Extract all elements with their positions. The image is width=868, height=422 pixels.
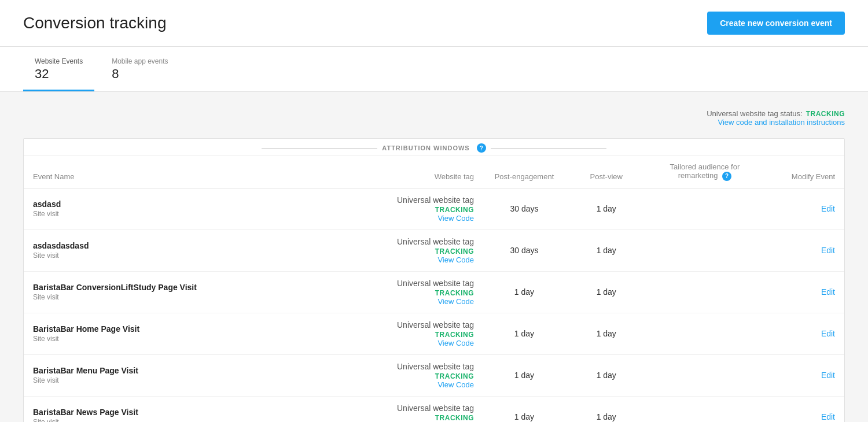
- modify-event-cell: Edit: [762, 229, 844, 271]
- post-engagement-cell: 1 day: [483, 271, 565, 313]
- view-code-link[interactable]: View code and installation instructions: [707, 118, 845, 127]
- edit-link[interactable]: Edit: [771, 412, 835, 421]
- post-view-cell: 1 day: [565, 188, 648, 229]
- view-code-cell-link[interactable]: View Code: [345, 380, 474, 389]
- website-tag-cell: Universal website tag TRACKING View Code: [336, 313, 483, 354]
- view-code-cell-link[interactable]: View Code: [345, 256, 474, 264]
- tab-website-count: 32: [35, 66, 83, 82]
- table-row: asdasd Site visit Universal website tag …: [24, 188, 844, 229]
- website-tag-cell: Universal website tag TRACKING View Code: [336, 229, 483, 271]
- modify-event-cell: Edit: [762, 313, 844, 354]
- tracking-status: TRACKING: [345, 206, 474, 214]
- event-type: Site visit: [33, 210, 326, 218]
- page-title: Conversion tracking: [23, 14, 166, 32]
- tracking-status: TRACKING: [345, 289, 474, 297]
- edit-link[interactable]: Edit: [771, 329, 835, 338]
- tag-status-bar: Universal website tag status: TRACKING V…: [23, 109, 845, 127]
- table-row: asdasdasdasd Site visit Universal websit…: [24, 229, 844, 271]
- post-view-cell: 1 day: [565, 271, 648, 313]
- event-name-cell: asdasdasdasd Site visit: [24, 229, 336, 271]
- event-name: BaristaBar Menu Page Visit: [33, 366, 326, 375]
- tracking-status: TRACKING: [345, 372, 474, 380]
- post-view-cell: 1 day: [565, 354, 648, 396]
- event-name: asdasdasdasd: [33, 241, 326, 250]
- website-tag-cell: Universal website tag TRACKING View Code: [336, 271, 483, 313]
- event-name: asdasd: [33, 199, 326, 209]
- page-header: Conversion tracking Create new conversio…: [0, 0, 868, 47]
- tag-name: Universal website tag: [345, 320, 474, 330]
- view-code-cell-link[interactable]: View Code: [345, 297, 474, 306]
- tailored-audience-cell: [648, 188, 763, 229]
- event-name: BaristaBar ConversionLiftStudy Page Visi…: [33, 283, 326, 292]
- view-code-cell-link[interactable]: View Code: [345, 214, 474, 223]
- website-tag-cell: Universal website tag TRACKING View Code: [336, 354, 483, 396]
- table-header-row: Event Name Website tag Post-engagement P…: [24, 156, 844, 188]
- tab-mobile-count: 8: [112, 66, 168, 82]
- event-type: Site visit: [33, 418, 326, 422]
- tabs-bar: Website Events 32 Mobile app events 8: [0, 47, 868, 92]
- event-type: Site visit: [33, 335, 326, 343]
- tailored-audience-cell: [648, 313, 763, 354]
- post-view-cell: 1 day: [565, 229, 648, 271]
- tag-status-label: Universal website tag status:: [707, 109, 802, 118]
- create-conversion-button[interactable]: Create new conversion event: [707, 12, 845, 35]
- tracking-status: TRACKING: [345, 331, 474, 339]
- modify-event-cell: Edit: [762, 271, 844, 313]
- event-name-cell: BaristaBar News Page Visit Site visit: [24, 396, 336, 422]
- attribution-help-icon[interactable]: ?: [477, 143, 486, 153]
- post-engagement-cell: 30 days: [483, 229, 565, 271]
- table-row: BaristaBar Menu Page Visit Site visit Un…: [24, 354, 844, 396]
- event-name: BaristaBar Home Page Visit: [33, 324, 326, 334]
- tailored-audience-cell: [648, 271, 763, 313]
- events-table: Event Name Website tag Post-engagement P…: [24, 156, 844, 422]
- tab-website-label: Website Events: [35, 57, 83, 65]
- col-header-tailored-audience: Tailored audience for remarketing ?: [648, 156, 763, 188]
- table-row: BaristaBar News Page Visit Site visit Un…: [24, 396, 844, 422]
- post-view-cell: 1 day: [565, 313, 648, 354]
- tag-status-badge: TRACKING: [806, 110, 845, 118]
- post-engagement-cell: 1 day: [483, 396, 565, 422]
- col-header-event-name: Event Name: [24, 156, 336, 188]
- tag-name: Universal website tag: [345, 362, 474, 371]
- event-name-cell: BaristaBar ConversionLiftStudy Page Visi…: [24, 271, 336, 313]
- col-header-post-view: Post-view: [565, 156, 648, 188]
- tailored-audience-cell: [648, 396, 763, 422]
- tailored-audience-cell: [648, 229, 763, 271]
- edit-link[interactable]: Edit: [771, 204, 835, 213]
- tailored-audience-cell: [648, 354, 763, 396]
- attribution-line-right: [491, 148, 606, 149]
- tracking-status: TRACKING: [345, 247, 474, 256]
- edit-link[interactable]: Edit: [771, 287, 835, 297]
- events-table-body: asdasd Site visit Universal website tag …: [24, 188, 844, 422]
- tab-mobile-label: Mobile app events: [112, 57, 168, 65]
- event-name-cell: BaristaBar Home Page Visit Site visit: [24, 313, 336, 354]
- modify-event-cell: Edit: [762, 188, 844, 229]
- main-content: Universal website tag status: TRACKING V…: [0, 92, 868, 422]
- event-type: Site visit: [33, 293, 326, 301]
- tag-name: Universal website tag: [345, 279, 474, 288]
- tag-name: Universal website tag: [345, 237, 474, 246]
- table-row: BaristaBar Home Page Visit Site visit Un…: [24, 313, 844, 354]
- edit-link[interactable]: Edit: [771, 246, 835, 255]
- website-tag-cell: Universal website tag TRACKING View Code: [336, 188, 483, 229]
- view-code-cell-link[interactable]: View Code: [345, 339, 474, 347]
- tag-name: Universal website tag: [345, 195, 474, 205]
- event-name-cell: asdasd Site visit: [24, 188, 336, 229]
- col-header-post-engagement: Post-engagement: [483, 156, 565, 188]
- table-row: BaristaBar ConversionLiftStudy Page Visi…: [24, 271, 844, 313]
- edit-link[interactable]: Edit: [771, 371, 835, 380]
- col-header-website-tag: Website tag: [336, 156, 483, 188]
- tailored-help-icon[interactable]: ?: [722, 172, 731, 181]
- post-engagement-cell: 1 day: [483, 354, 565, 396]
- attribution-windows-section: ATTRIBUTION WINDOWS ?: [24, 139, 844, 156]
- col-header-modify-event: Modify Event: [762, 156, 844, 188]
- event-name: BaristaBar News Page Visit: [33, 408, 326, 417]
- tab-mobile-events[interactable]: Mobile app events 8: [100, 47, 179, 91]
- website-tag-cell: Universal website tag TRACKING View Code: [336, 396, 483, 422]
- post-view-cell: 1 day: [565, 396, 648, 422]
- tab-website-events[interactable]: Website Events 32: [23, 47, 94, 91]
- tag-name: Universal website tag: [345, 404, 474, 413]
- events-table-wrapper: ATTRIBUTION WINDOWS ? Event Name Website…: [23, 138, 845, 422]
- tracking-status: TRACKING: [345, 414, 474, 422]
- post-engagement-cell: 1 day: [483, 313, 565, 354]
